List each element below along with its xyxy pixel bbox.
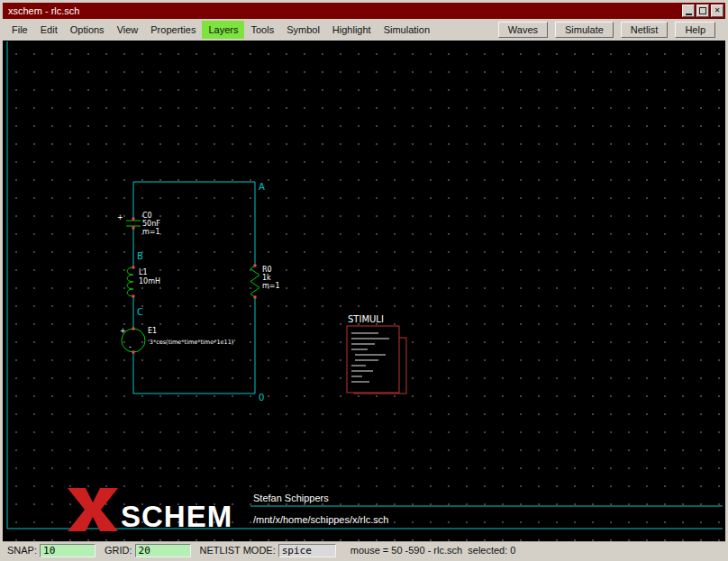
snap-label: SNAP:: [7, 545, 37, 556]
capacitor-value: 50nF: [142, 220, 160, 228]
menu-simulation[interactable]: Simulation: [378, 21, 436, 39]
stimuli-title: STIMULI: [348, 314, 384, 324]
grid-input[interactable]: [135, 544, 191, 557]
author-text: Stefan Schippers: [253, 493, 329, 503]
window-controls: ✕: [682, 5, 723, 17]
schematic-svg: + C0 50nF m=1 L1 10mH + - E1 '3*cos(time…: [3, 41, 725, 541]
menu-tools[interactable]: Tools: [244, 21, 280, 39]
net-label-b[interactable]: B: [137, 251, 143, 261]
minimize-icon: [686, 14, 692, 15]
stimuli-block[interactable]: STIMULI: [347, 314, 406, 394]
inductor-ref: L1: [139, 268, 148, 276]
snap-input[interactable]: [40, 544, 96, 557]
menu-highlight[interactable]: Highlight: [326, 21, 378, 39]
netlist-mode-label: NETLIST MODE:: [200, 545, 276, 556]
resistor-value: 1k: [262, 274, 271, 282]
minimize-button[interactable]: [682, 5, 695, 17]
xschem-logo-x-icon: [68, 488, 118, 531]
titleblock: SCHEM Stefan Schippers /mnt/x/home/schip…: [68, 488, 388, 533]
menu-file[interactable]: File: [5, 21, 34, 39]
resistor-ref: R0: [262, 266, 272, 274]
waves-button[interactable]: Waves: [498, 22, 548, 38]
maximize-icon: [699, 7, 706, 14]
xschem-window: xschem - rlc.sch ✕ File Edit Options Vie…: [0, 0, 728, 561]
menu-options[interactable]: Options: [64, 21, 111, 39]
menu-properties[interactable]: Properties: [144, 21, 202, 39]
schematic-canvas[interactable]: + C0 50nF m=1 L1 10mH + - E1 '3*cos(time…: [3, 41, 725, 541]
capacitor-ref: C0: [142, 212, 152, 220]
vsource-minus-sign: -: [129, 343, 132, 351]
net-label-c[interactable]: C: [137, 307, 143, 317]
inductor-value: 10mH: [139, 277, 160, 285]
statusbar: SNAP: GRID: NETLIST MODE: mouse = 50 -59…: [3, 541, 725, 558]
resistor-r0[interactable]: R0 1k m=1: [250, 266, 280, 297]
schematic-path-text: /mnt/x/home/schippes/x/rlc.sch: [253, 514, 388, 525]
capacitor-c0[interactable]: + C0 50nF m=1: [117, 212, 160, 236]
net-label-a[interactable]: A: [259, 182, 265, 192]
maximize-button[interactable]: [696, 5, 709, 17]
stimuli-front-rect: [347, 326, 399, 393]
resistor-mult: m=1: [262, 282, 280, 290]
xschem-logo-text: SCHEM: [121, 500, 232, 533]
vsource-ref: E1: [148, 327, 157, 335]
simulate-button[interactable]: Simulate: [555, 22, 614, 38]
netlist-button[interactable]: Netlist: [621, 22, 669, 38]
vsource-e1[interactable]: + - E1 '3*cos(time*time*time*1e11)': [120, 327, 235, 352]
close-icon: ✕: [714, 7, 721, 14]
capacitor-mult: m=1: [142, 228, 160, 236]
mouse-status-text: mouse = 50 -590 - rlc.sch selected: 0: [350, 545, 516, 556]
titlebar[interactable]: xschem - rlc.sch ✕: [3, 3, 725, 19]
help-button[interactable]: Help: [675, 22, 715, 38]
menu-layers[interactable]: Layers: [202, 21, 244, 39]
close-button[interactable]: ✕: [711, 5, 723, 17]
grid-label: GRID:: [105, 545, 132, 556]
vsource-value: '3*cos(time*time*time*1e11)': [148, 339, 235, 346]
net-label-ground[interactable]: 0: [259, 393, 264, 403]
sheet-frame: [7, 41, 723, 529]
menubar: File Edit Options View Properties Layers…: [3, 19, 725, 41]
menu-edit[interactable]: Edit: [34, 21, 64, 39]
menu-symbol[interactable]: Symbol: [280, 21, 326, 39]
vsource-plus-sign: +: [120, 327, 126, 335]
menu-view[interactable]: View: [111, 21, 145, 39]
capacitor-plus-sign: +: [117, 213, 123, 222]
inductor-l1[interactable]: L1 10mH: [127, 267, 160, 296]
window-title: xschem - rlc.sch: [8, 5, 79, 16]
netlist-mode-input[interactable]: [278, 544, 336, 557]
